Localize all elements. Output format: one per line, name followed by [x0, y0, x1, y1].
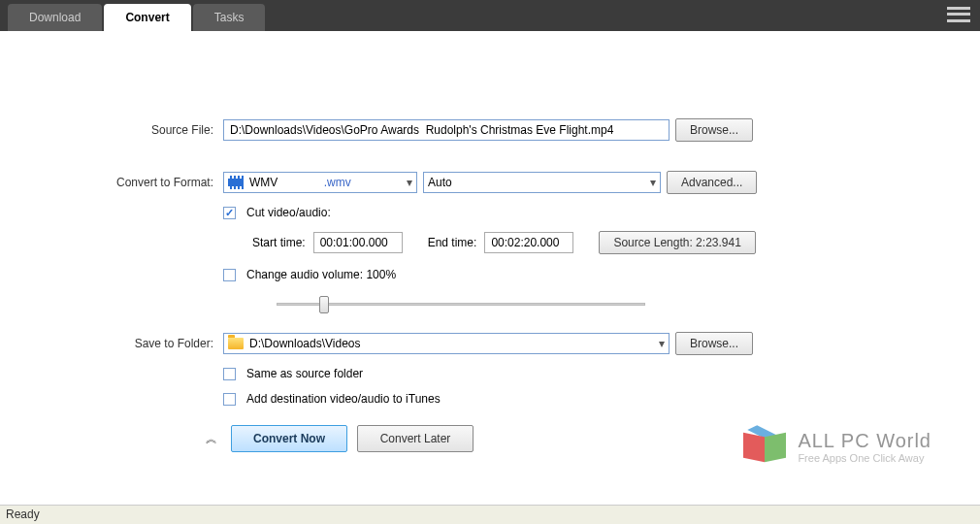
save-folder-dropdown[interactable]: D:\Downloads\Videos ▾ [223, 333, 670, 354]
convert-to-label: Convert to Format: [58, 176, 223, 189]
start-time-label: Start time: [252, 236, 306, 249]
cube-logo-icon [743, 427, 790, 466]
end-time-input[interactable] [484, 232, 573, 253]
filmstrip-icon [228, 176, 244, 189]
chevron-down-icon: ▾ [401, 176, 412, 189]
slider-track [277, 303, 645, 306]
format-dropdown[interactable]: WMV .wmv ▾ [223, 172, 417, 193]
format-value: WMV [249, 176, 278, 189]
chevron-down-icon: ▾ [644, 176, 656, 189]
volume-checkbox[interactable] [223, 269, 236, 281]
tab-convert[interactable]: Convert [104, 4, 190, 31]
watermark-title: ALL PC World [798, 430, 931, 452]
tab-tasks[interactable]: Tasks [193, 4, 266, 31]
source-file-label: Source File: [58, 123, 223, 137]
same-folder-checkbox[interactable] [223, 368, 236, 380]
end-time-label: End time: [428, 236, 477, 249]
top-tab-bar: Download Convert Tasks [0, 0, 980, 31]
preset-dropdown[interactable]: Auto ▾ [423, 172, 661, 193]
volume-label: Change audio volume: 100% [246, 268, 396, 281]
save-to-label: Save to Folder: [58, 337, 223, 350]
cut-checkbox[interactable] [223, 207, 236, 219]
preset-value: Auto [428, 176, 452, 189]
folder-icon [228, 338, 244, 349]
tab-download[interactable]: Download [8, 4, 102, 31]
itunes-label: Add destination video/audio to iTunes [246, 392, 441, 406]
itunes-checkbox[interactable] [223, 393, 236, 406]
start-time-input[interactable] [313, 232, 403, 253]
menu-icon[interactable] [947, 5, 970, 24]
status-bar: Ready [0, 505, 980, 524]
save-folder-value: D:\Downloads\Videos [249, 337, 361, 350]
source-file-input[interactable] [223, 119, 670, 141]
convert-panel: Source File: Browse... Convert to Format… [0, 31, 980, 452]
advanced-button[interactable]: Advanced... [667, 171, 757, 194]
convert-now-button[interactable]: Convert Now [231, 425, 347, 452]
browse-source-button[interactable]: Browse... [675, 118, 753, 142]
collapse-icon[interactable]: ︽ [206, 431, 223, 447]
convert-later-button[interactable]: Convert Later [357, 425, 474, 452]
volume-slider[interactable] [277, 293, 645, 314]
status-text: Ready [6, 508, 40, 521]
cut-label: Cut video/audio: [246, 206, 331, 219]
chevron-down-icon: ▾ [653, 337, 665, 350]
watermark-sub: Free Apps One Click Away [798, 452, 931, 464]
same-folder-label: Same as source folder [246, 367, 363, 380]
browse-dest-button[interactable]: Browse... [675, 332, 753, 355]
format-ext: .wmv [324, 176, 355, 189]
watermark: ALL PC World Free Apps One Click Away [743, 427, 931, 466]
slider-thumb[interactable] [319, 296, 329, 313]
source-length-button[interactable]: Source Length: 2:23.941 [599, 231, 755, 254]
